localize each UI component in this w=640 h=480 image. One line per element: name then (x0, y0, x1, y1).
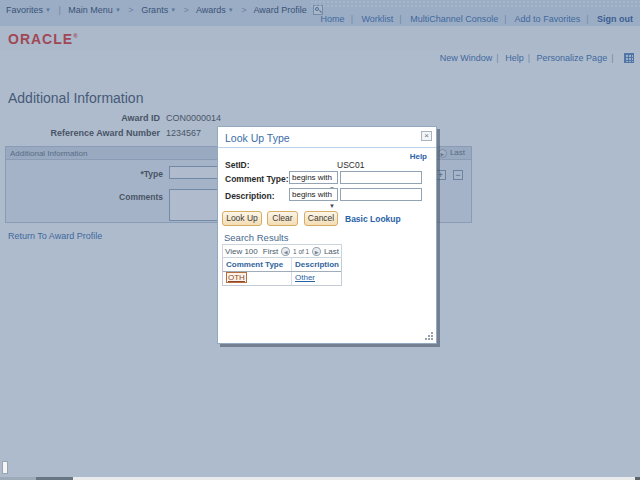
comment-type-input[interactable] (340, 171, 422, 184)
cancel-button[interactable]: Cancel (304, 211, 338, 226)
column-header-comment-type[interactable]: Comment Type (223, 258, 292, 271)
grid-view-bar: View 100 First ◀ 1 of 1 ▶ Last (222, 244, 342, 258)
description-operator-select[interactable]: begins with▼ (289, 188, 338, 201)
next-page-icon[interactable]: ▶ (312, 247, 321, 256)
clear-button[interactable]: Clear (267, 211, 298, 226)
description-label: Description: (225, 191, 275, 201)
lookup-type-dialog: Look Up Type × Help SetID: USC01 Comment… (217, 126, 437, 344)
search-results-heading: Search Results (224, 232, 288, 243)
table-row: OTH Other (223, 272, 341, 285)
last-label: Last (324, 247, 339, 256)
setid-value: USC01 (337, 160, 364, 170)
dialog-help-link[interactable]: Help (410, 152, 427, 161)
dialog-header: Look Up Type × (218, 127, 436, 148)
dialog-title: Look Up Type (225, 132, 290, 144)
comment-type-operator-select[interactable]: begins with▼ (289, 171, 338, 184)
result-comment-type-link[interactable]: OTH (226, 272, 247, 283)
comment-type-label: Comment Type: (225, 174, 289, 184)
results-table-header: Comment Type Description (223, 258, 341, 272)
setid-label: SetID: (225, 160, 250, 170)
stray-scrollbar-fragment (2, 461, 8, 474)
comment-type-cell: OTH (223, 272, 292, 285)
results-table: Comment Type Description OTH Other (222, 258, 342, 286)
look-up-button[interactable]: Look Up (222, 211, 262, 226)
resize-grip-icon[interactable] (431, 338, 433, 340)
view-100-link[interactable]: View 100 (225, 247, 258, 256)
result-description-link[interactable]: Other (295, 273, 315, 282)
basic-lookup-link[interactable]: Basic Lookup (345, 214, 401, 224)
search-results-grid: View 100 First ◀ 1 of 1 ▶ Last Comment T… (222, 244, 342, 286)
application-window: Favorites▼ | Main Menu▼ > Grants▼ > Awar… (0, 0, 640, 480)
column-header-description[interactable]: Description (292, 258, 341, 271)
first-label: First (263, 247, 279, 256)
description-input[interactable] (340, 188, 422, 201)
close-icon[interactable]: × (421, 131, 432, 141)
description-cell: Other (292, 272, 341, 285)
page-indicator: 1 of 1 (293, 248, 309, 255)
previous-page-icon[interactable]: ◀ (281, 247, 290, 256)
